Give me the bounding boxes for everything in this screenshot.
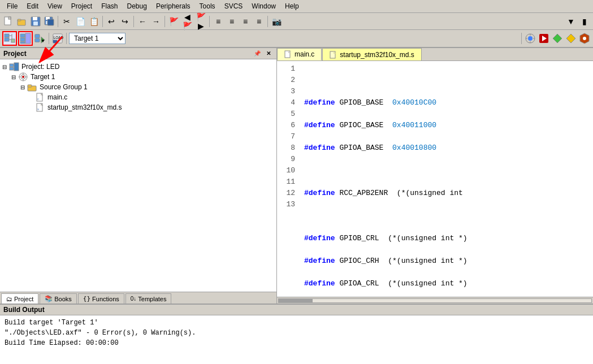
separator-2 [102,16,103,27]
target-selector[interactable]: Target 1 [69,33,125,44]
save-button[interactable] [29,15,42,28]
build-output-panel: Build Output Build target 'Target 1' "./… [0,304,593,364]
menu-peripherals[interactable]: Peripherals [152,1,195,11]
tab-functions-icon: {} [83,295,90,302]
code-tabs: main.c startup_stm32f10x_md.s [277,48,593,61]
svg-rect-22 [35,34,40,38]
tree-label-source-group: Source Group 1 [40,83,88,91]
code-content[interactable]: 1 2 3 4 5 6 7 8 9 10 11 12 13 #define GP… [277,61,593,297]
menu-bar: File Edit View Project Flash Debug Perip… [0,0,593,13]
menu-debug[interactable]: Debug [123,1,152,11]
tab-books-icon: 📚 [45,295,53,302]
file-icon-startup [330,51,337,59]
tree-label-project: Project: LED [21,63,59,71]
debug-run-button[interactable] [538,32,550,45]
tree-label-startup: startup_stm32f10x_md.s [47,103,122,111]
indent-button[interactable]: ≡ [212,15,224,28]
open-button[interactable] [16,15,28,28]
tab-templates[interactable]: 0↓ Templates [125,293,172,304]
project-pin-icon[interactable]: 📌 [252,49,263,58]
build-target-button[interactable] [2,31,17,46]
paste-button[interactable]: 📋 [88,15,100,28]
undo-button[interactable]: ↩ [105,15,118,28]
snapshot-button[interactable]: 📷 [270,15,283,28]
menu-tools[interactable]: Tools [195,1,220,11]
tree-item-main-c[interactable]: c main.c [0,92,276,102]
menu-view[interactable]: View [43,1,67,11]
svg-rect-41 [10,67,14,70]
scrollbar-track[interactable] [278,298,592,303]
code-line-7 [304,210,588,222]
code-tab-startup[interactable]: startup_stm32f10x_md.s [322,48,421,60]
scrollbar-thumb[interactable] [279,299,313,302]
tab-functions[interactable]: {} Functions [78,293,124,304]
rebuild-button[interactable] [18,31,33,46]
menu-flash[interactable]: Flash [97,1,122,11]
cut-button[interactable]: ✂ [60,15,73,28]
load-button[interactable]: LOAD [51,32,64,45]
tab-templates-label: Templates [138,296,166,302]
tab-project-icon: 🗂 [6,296,12,302]
back-button[interactable]: ← [136,15,149,28]
toolbar-row1: ✂ 📄 📋 ↩ ↪ ← → 🚩 ◀🚩 🚩▶ ≡ ≡ ≡ ≡ 📷 ▼ ▮ [0,13,593,30]
prev-bookmark-button[interactable]: ◀🚩 [181,15,193,28]
tree-item-source-group[interactable]: ⊟ Source Group 1 [0,82,276,92]
code-line-1 [304,75,588,86]
tab-project[interactable]: 🗂 Project [1,293,38,304]
debug-diamond-button[interactable] [551,32,564,45]
debug-stop-button[interactable] [578,32,591,45]
tab-templates-icon: 0↓ [131,296,137,302]
tree-expand-icon: ⊟ [11,74,18,80]
separator-4 [165,16,165,27]
tree-expand-icon: ⊟ [20,84,27,90]
code-tab-startup-label: startup_stm32f10x_md.s [340,51,414,59]
tab-project-label: Project [14,296,33,302]
copy-button[interactable]: 📄 [74,15,86,28]
batch-build-button[interactable]: ▼ [34,32,46,45]
next-bookmark-button[interactable]: 🚩▶ [194,15,207,28]
file-icon-main [284,50,292,58]
svg-rect-12 [5,34,9,37]
tree-item-target[interactable]: ⊟ Target 1 [0,72,276,82]
svg-rect-53 [28,85,32,87]
separator-3 [133,16,134,27]
build-output-content: Build target 'Target 1' "./Objects\LED.a… [0,315,593,364]
bookmark-button[interactable]: 🚩 [167,15,180,28]
svg-point-39 [583,37,586,40]
menu-file[interactable]: File [2,1,22,11]
line-numbers: 1 2 3 4 5 6 7 8 9 10 11 12 13 [277,61,300,297]
code-tab-main-c[interactable]: main.c [277,48,322,60]
menu-project[interactable]: Project [67,1,97,11]
format-button[interactable]: ≡ [239,15,252,28]
svg-marker-36 [553,34,562,43]
svg-rect-23 [35,38,40,42]
outdent-button[interactable]: ≡ [226,15,238,28]
toolbar-more[interactable]: ▮ [578,15,591,28]
tree-item-startup[interactable]: s startup_stm32f10x_md.s [0,102,276,112]
forward-button[interactable]: → [150,15,162,28]
menu-window[interactable]: Window [247,1,280,11]
project-title: Project [3,50,27,58]
toolbar-expand[interactable]: ▼ [565,15,577,28]
save-all-button[interactable] [43,15,55,28]
menu-edit[interactable]: Edit [22,1,43,11]
new-button[interactable] [2,15,15,28]
separator-t2 [66,33,67,44]
project-header: Project 📌 ✕ [0,48,276,59]
debug-step-button[interactable] [565,32,577,45]
code-line-10: #define GPIOA_CRL (*(unsigned int *) [304,278,588,289]
menu-help[interactable]: Help [280,1,304,11]
comment-button[interactable]: ≡ [253,15,265,28]
separator-5 [209,16,210,27]
tab-books[interactable]: 📚 Books [40,293,77,304]
project-close-icon[interactable]: ✕ [264,49,273,58]
menu-svcs[interactable]: SVCS [220,1,248,11]
code-scrollbar[interactable] [277,297,593,304]
svg-text:s: s [37,107,39,111]
file-s-icon: s [36,103,45,112]
svg-rect-17 [11,39,15,42]
debug-config-button[interactable] [524,32,536,45]
separator-6 [267,16,268,27]
redo-button[interactable]: ↪ [119,15,131,28]
tree-item-project[interactable]: ⊟ Project: LED [0,62,276,72]
